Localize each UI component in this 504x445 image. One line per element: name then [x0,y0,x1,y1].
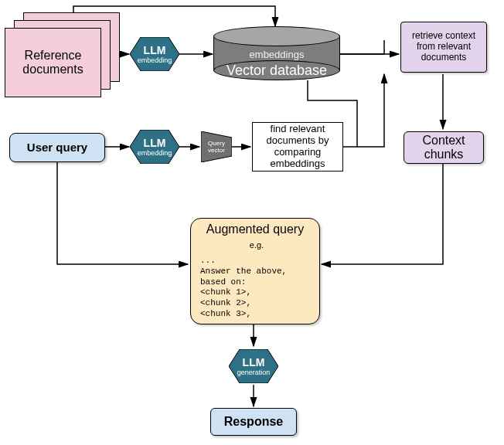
llm-label: LLM [144,44,166,56]
llm-embedding-node-top: LLM embedding [130,37,179,71]
retrieve-context-text: retrieve context from relevant documents [406,31,482,63]
response-box: Response [210,408,297,436]
llm-label: LLM [243,356,265,369]
reference-documents: Reference documents [5,12,121,99]
llm-sub-label: embedding [138,56,172,64]
retrieve-context-box: retrieve context from relevant documents [400,22,487,73]
user-query-label: User query [27,141,87,154]
vector-db-label: Vector database [226,63,327,78]
response-label: Response [224,415,283,429]
llm-sub-label: embedding [138,149,172,157]
doc-sheet-front: Reference documents [5,28,101,97]
user-query-box: User query [9,133,105,162]
vector-db-small-label: embeddings [213,49,340,60]
llm-generation-node: LLM generation [229,349,278,383]
augmented-query-title: Augmented query [206,222,304,236]
augmented-query-body: ... Answer the above, based on: <chunk 1… [200,256,287,320]
llm-embedding-node-bottom: LLM embedding [130,130,179,164]
context-chunks-box: Context chunks [404,131,484,164]
find-relevant-text: find relevant documents by comparing emb… [257,124,338,170]
reference-documents-label: Reference documents [9,49,97,76]
find-relevant-box: find relevant documents by comparing emb… [252,122,343,172]
context-chunks-label: Context chunks [409,134,478,162]
augmented-query-box: Augmented query e.g. ... Answer the abov… [190,218,320,324]
llm-label: LLM [144,137,166,149]
llm-sub-label: generation [237,369,271,376]
augmented-query-eg: e.g. [250,240,264,250]
query-vector-node: Query vector [201,131,232,162]
vector-database: embeddings Vector database [213,26,340,80]
query-vector-label: Query vector [201,140,232,154]
